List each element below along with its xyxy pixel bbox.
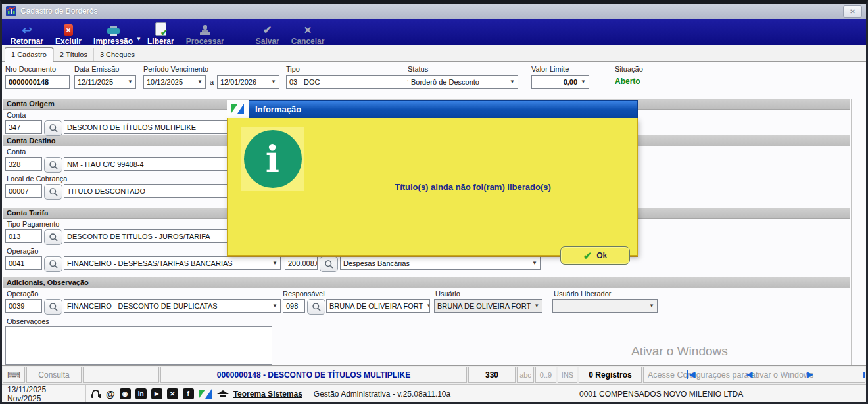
retornar-button[interactable]: ↩ Retornar [5, 22, 49, 47]
conta-destino-lookup-button[interactable] [44, 157, 62, 173]
tipo-pagamento-label: Tipo Pagamento [7, 220, 59, 228]
abc-indicator: abc [517, 367, 534, 383]
conta-origem-code-input[interactable]: 347 [5, 120, 42, 134]
local-cobranca-code-input[interactable]: 00007 [5, 184, 42, 198]
cancelar-button: ✕ Cancelar [285, 22, 331, 47]
tipo-pagamento-lookup-button[interactable] [44, 229, 62, 245]
conta-destino-code-input[interactable]: 328 [5, 157, 42, 171]
tarifa-operacao-select[interactable]: FINANCEIRO - DESPESAS/TARIFAS BANCARIAS▼ [64, 256, 281, 270]
mode-cell: Consulta [26, 367, 82, 383]
panel-right-border [851, 99, 852, 365]
status-select[interactable]: Borderô de Desconto▼ [408, 75, 518, 89]
app-icon [6, 6, 16, 16]
periodo-vencimento-label: Período Vencimento [143, 65, 208, 73]
local-cobranca-lookup-button[interactable] [44, 184, 62, 200]
periodo-de-select[interactable]: 10/12/2025▼ [143, 75, 206, 89]
processar-button: Processar [180, 22, 230, 47]
prev-record-icon[interactable]: ◀ [746, 370, 752, 379]
tab-strip: 1Cadastro 2Títulos 3Cheques [2, 45, 866, 62]
ins-indicator: INS [558, 367, 577, 383]
keyboard-indicator: ⌨ [3, 367, 25, 383]
tipo-label: Tipo [286, 65, 300, 73]
teorema-logo-icon [227, 100, 249, 118]
facebook-icon[interactable]: f [183, 388, 194, 399]
first-record-icon[interactable]: ◀ [687, 370, 695, 379]
printer-icon [107, 26, 120, 36]
tipo-pagamento-code-input[interactable]: 013 [5, 229, 42, 243]
search-icon [49, 123, 59, 133]
search-icon [49, 187, 59, 197]
usuario-select[interactable]: BRUNA DE OLIVEIRA FORT▼ [434, 299, 542, 313]
periodo-separator: a [210, 78, 214, 86]
nro-documento-input[interactable]: 0000000148 [5, 75, 70, 89]
valor-limite-label: Valor Limite [531, 65, 569, 73]
tarifa-operacao-lookup-button[interactable] [44, 256, 62, 272]
responsavel-select[interactable]: BRUNA DE OLIVEIRA FORT▼ [326, 299, 430, 313]
excluir-button[interactable]: ✕ Excluir [49, 22, 87, 47]
observacoes-label: Observações [7, 317, 49, 325]
adicionais-operacao-lookup-button[interactable] [44, 299, 62, 315]
data-emissao-select[interactable]: 12/11/2025▼ [74, 75, 136, 89]
toolbar: ↩ Retornar ✕ Excluir Impressão ▼ ✔ Liber… [2, 19, 866, 49]
liberar-button[interactable]: ✔ Liberar [141, 22, 180, 47]
dropdown-arrow-icon: ▼ [649, 303, 654, 309]
search-icon [49, 233, 59, 242]
windows-activation-watermark: Ativar o Windows [631, 344, 728, 359]
youtube-icon[interactable]: ▶ [151, 388, 162, 399]
salvar-label: Salvar [256, 37, 279, 46]
current-record-cell: 0000000148 - DESCONTO DE TÍTULOS MULTIPL… [160, 367, 467, 383]
status-label: Status [408, 65, 428, 73]
adicionais-operacao-select[interactable]: FINANCEIRO - DESCONTO DE DUPLICATAS▼ [64, 299, 281, 313]
excluir-label: Excluir [55, 37, 82, 46]
valor-limite-input[interactable]: 0,00▼ [531, 75, 589, 89]
observacoes-textarea[interactable] [5, 326, 272, 365]
dropdown-arrow-icon: ▼ [426, 303, 430, 309]
undo-icon: ↩ [22, 24, 32, 36]
tab-titulos[interactable]: 2Títulos [53, 48, 93, 61]
conta-origem-lookup-button[interactable] [44, 120, 62, 136]
info-icon-frame: i [241, 127, 304, 191]
periodo-ate-select[interactable]: 12/01/2026▼ [217, 75, 279, 89]
product-version-cell: Gestão Administrativa - v.25.08a11.10a [308, 385, 456, 403]
tarifa-conta-desc-select[interactable]: Despesas Bancárias▼ [340, 256, 541, 270]
teorema-logo-icon [199, 389, 212, 399]
info-icon: i [244, 130, 302, 188]
last-record-icon[interactable]: ▶ [863, 370, 865, 379]
teorema-sistemas-link[interactable]: Teorema Sistemas [233, 390, 302, 399]
tarifa-operacao-code-input[interactable]: 0041 [5, 256, 42, 270]
tab-cheques[interactable]: 3Cheques [93, 48, 141, 61]
x-social-icon[interactable]: ✕ [167, 388, 178, 399]
close-button[interactable]: ✕ [843, 5, 862, 18]
usuario-liberador-select[interactable]: ▼ [552, 299, 658, 313]
tab-cadastro[interactable]: 1Cadastro [5, 47, 53, 62]
search-icon [324, 259, 334, 269]
keyboard-icon: ⌨ [7, 370, 20, 380]
dialog-title-bar: Informação [227, 100, 638, 118]
graduation-cap-icon[interactable] [217, 390, 229, 398]
dropdown-arrow-icon: ▼ [271, 79, 276, 85]
dropdown-arrow-icon: ▼ [128, 79, 133, 85]
dialog-body: i Título(s) ainda não foi(ram) liberado(… [227, 118, 638, 256]
window-title: Cadastro de Borderôs [20, 7, 97, 16]
tarifa-conta-code-input[interactable]: 200.008.00 [285, 256, 318, 270]
check-icon: ✔ [583, 250, 592, 262]
impressao-dropdown-icon[interactable]: ▼ [136, 36, 141, 42]
ok-button[interactable]: ✔ Ok [560, 246, 630, 265]
responsavel-lookup-button[interactable] [307, 299, 326, 315]
impressao-button[interactable]: Impressão [87, 22, 139, 47]
responsavel-code-input[interactable]: 098 [283, 299, 305, 313]
section-adicionais: Adicionais, Observação [3, 277, 850, 288]
liberar-label: Liberar [147, 37, 174, 46]
tipo-select[interactable]: 03 - DOC▼ [286, 75, 415, 89]
adicionais-operacao-label: Operação [7, 290, 38, 298]
email-at-icon[interactable]: @ [106, 389, 115, 399]
next-record-icon[interactable]: ▶ [807, 370, 813, 379]
instagram-icon[interactable]: ◉ [120, 388, 131, 399]
tarifa-conta-lookup-button[interactable] [320, 256, 338, 272]
adicionais-operacao-code-input[interactable]: 0039 [5, 299, 42, 313]
close-icon: ✕ [850, 8, 855, 15]
dropdown-arrow-icon: ▼ [581, 79, 586, 85]
headset-icon[interactable] [91, 390, 101, 398]
linkedin-icon[interactable]: in [135, 388, 147, 399]
search-icon [49, 259, 59, 269]
